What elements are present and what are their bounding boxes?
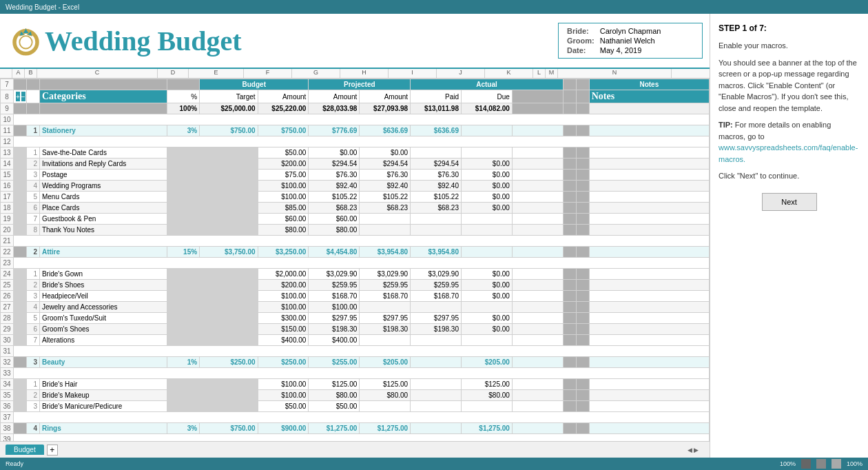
cell-14e <box>200 159 258 170</box>
tip-text: TIP: For more details on enabling macros… <box>719 119 860 165</box>
cell-14f: $200.00 <box>258 159 309 170</box>
scroll-right-btn[interactable]: ▶ <box>694 447 699 453</box>
cell-16j: $0.00 <box>462 181 513 192</box>
normal-view-icon[interactable] <box>801 459 811 469</box>
cell-28b: 5 <box>26 313 39 324</box>
cell-36j <box>462 401 513 412</box>
cell-15j: $0.00 <box>462 170 513 181</box>
sheet-tab-budget[interactable]: Budget <box>6 445 44 455</box>
cell-30a <box>13 335 26 346</box>
cell-15n <box>589 170 709 181</box>
cell-22f: $3,250.00 <box>258 247 309 258</box>
cell-13g: $0.00 <box>309 147 360 159</box>
row-num-11: 11 <box>1 125 14 136</box>
cell-19m <box>576 214 589 225</box>
cell-22i: $3,954.80 <box>411 247 462 258</box>
ready-status: Ready <box>6 460 23 467</box>
row-num-31: 31 <box>1 346 14 357</box>
zoom-level: 100% <box>780 460 796 467</box>
cell-32i <box>411 357 462 368</box>
cell-20a <box>13 225 26 236</box>
cell-13l <box>563 147 576 159</box>
cell-18n <box>589 203 709 214</box>
cell-25f: $200.00 <box>258 280 309 291</box>
col-rn <box>0 69 12 78</box>
table-row: 20 8 Thank You Notes $80.00 $80.00 <box>1 225 710 236</box>
cell-27d <box>167 302 199 313</box>
cell-17l <box>563 192 576 203</box>
cell-15m <box>576 170 589 181</box>
cell-11m <box>576 125 589 136</box>
cell-27c: Jewelry and Accessories <box>39 302 167 313</box>
scroll-left-btn[interactable]: ◀ <box>688 447 692 453</box>
cell-9g: $28,033.98 <box>309 103 360 114</box>
cell-9f: $25,220.00 <box>258 103 309 114</box>
add-sheet-button[interactable]: + <box>47 445 58 456</box>
cell-11k <box>512 125 563 136</box>
cell-11d: 3% <box>167 125 199 136</box>
cell-20d <box>167 225 199 236</box>
cell-16n <box>589 181 709 192</box>
page-break-icon[interactable] <box>831 459 841 469</box>
cell-15l <box>563 170 576 181</box>
cell-13a <box>13 147 26 159</box>
cell-15a <box>13 170 26 181</box>
cell-7l <box>563 79 576 90</box>
cell-35c: Bride's Makeup <box>39 390 167 401</box>
cell-38e: $750.00 <box>200 423 258 434</box>
cell-11h: $636.69 <box>360 125 411 136</box>
next-button[interactable]: Next <box>762 193 817 211</box>
cell-17c: Menu Cards <box>39 192 167 203</box>
rows-container[interactable]: 7 Budget Projected Actual Notes <box>0 79 710 441</box>
row-num-23: 23 <box>1 258 14 269</box>
cell-36d <box>167 401 199 412</box>
cell-22h: $3,954.80 <box>360 247 411 258</box>
cell-22a <box>13 247 26 258</box>
add-row-btn[interactable]: + <box>16 92 20 101</box>
date-label: Date: <box>564 45 597 55</box>
cell-13b: 1 <box>26 147 39 159</box>
row-num-21: 21 <box>1 236 14 247</box>
cell-27e <box>200 302 258 313</box>
cell-29m <box>576 324 589 335</box>
cell-25g: $259.95 <box>309 280 360 291</box>
remove-row-btn[interactable]: − <box>21 92 25 101</box>
cell-20h <box>360 225 411 236</box>
tip-link: www.savvyspreadsheets.com/faq/enable-mac… <box>719 143 858 163</box>
col-k: K <box>485 69 533 78</box>
table-row: 8 + − Categories % Target Amount Amount <box>1 90 710 103</box>
cell-35f: $100.00 <box>258 390 309 401</box>
cell-30m <box>576 335 589 346</box>
cell-20j <box>462 225 513 236</box>
cell-15b: 3 <box>26 170 39 181</box>
row-num-9: 9 <box>1 103 14 114</box>
cell-28i: $297.95 <box>411 313 462 324</box>
cell-17i: $105.22 <box>411 192 462 203</box>
col-g: G <box>292 69 340 78</box>
cell-25n <box>589 280 709 291</box>
cell-7c <box>39 79 167 90</box>
cell-17h: $105.22 <box>360 192 411 203</box>
table-row: 33 <box>1 368 710 379</box>
cell-25c: Bride's Shoes <box>39 280 167 291</box>
cell-19e <box>200 214 258 225</box>
row-num-17: 17 <box>1 192 14 203</box>
cell-14l <box>563 159 576 170</box>
cell-32a <box>13 357 26 368</box>
cell-29g: $198.30 <box>309 324 360 335</box>
cell-17a <box>13 192 26 203</box>
cell-22d: 15% <box>167 247 199 258</box>
cell-11f: $750.00 <box>258 125 309 136</box>
cell-19f: $60.00 <box>258 214 309 225</box>
cell-30b: 7 <box>26 335 39 346</box>
cell-25b: 2 <box>26 280 39 291</box>
cell-29k <box>512 324 563 335</box>
cell-13c: Save-the-Date Cards <box>39 147 167 159</box>
cell-14d <box>167 159 199 170</box>
add-remove-controls[interactable]: + − <box>16 92 24 101</box>
col-h: H <box>340 69 389 78</box>
page-layout-icon[interactable] <box>816 459 826 469</box>
cell-38h: $1,275.00 <box>360 423 411 434</box>
table-row: 29 6 Groom's Shoes $150.00 $198.30 $198.… <box>1 324 710 335</box>
cell-20c: Thank You Notes <box>39 225 167 236</box>
